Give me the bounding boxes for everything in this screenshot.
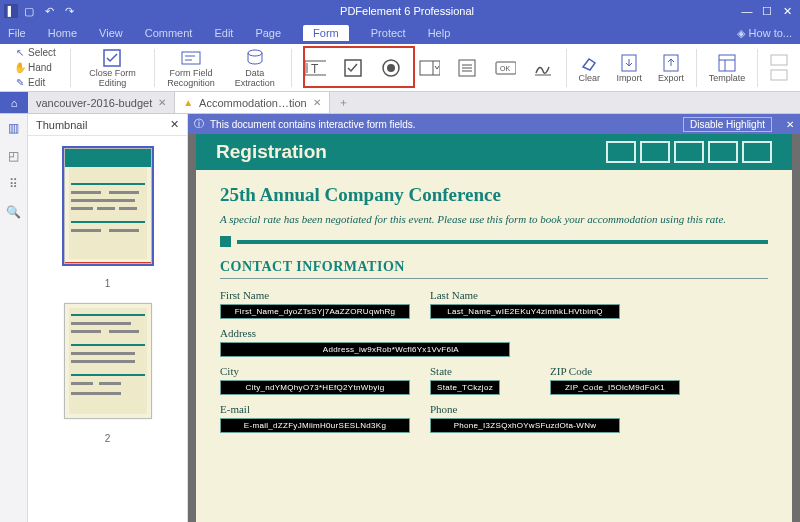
menu-form[interactable]: Form [303, 25, 349, 41]
menu-protect[interactable]: Protect [371, 27, 406, 39]
side-toolbar: ▥ ◰ ⠿ 🔍 [0, 114, 28, 522]
minimize-button[interactable]: — [738, 3, 756, 19]
label-firstname: First Name [220, 289, 410, 301]
doc-tab-2[interactable]: ▲ Accommodation…tion✕ [175, 92, 330, 113]
menu-file[interactable]: File [8, 27, 26, 39]
doc-tab-1[interactable]: vancouver-2016-budget✕ [28, 92, 175, 113]
thumb-num-1: 1 [105, 278, 111, 289]
info-bar: ⓘ This document contains interactive for… [188, 114, 800, 134]
label-zip: ZIP Code [550, 365, 680, 377]
document-tabs: ⌂ vancouver-2016-budget✕ ▲ Accommodation… [0, 92, 800, 114]
svg-text:OK: OK [500, 65, 510, 72]
field-state[interactable]: State_TCkzjoz [430, 380, 500, 395]
menu-comment[interactable]: Comment [145, 27, 193, 39]
label-state: State [430, 365, 530, 377]
doc-intro: A special rate has been negotiated for t… [220, 212, 768, 226]
align-tool-2[interactable] [770, 69, 788, 81]
bookmark-icon[interactable]: ◰ [6, 148, 22, 164]
home-tab[interactable]: ⌂ [0, 92, 28, 113]
svg-rect-25 [771, 55, 787, 65]
field-phone[interactable]: Phone_I3ZSQxhOYwSFuzdOta-WNw [430, 418, 620, 433]
new-tab-button[interactable]: ＋ [330, 95, 357, 110]
doc-title: 25th Annual Company Conference [220, 184, 768, 206]
label-lastname: Last Name [430, 289, 620, 301]
hand-tool[interactable]: ✋Hand [12, 61, 54, 75]
attachment-icon[interactable]: ⠿ [6, 176, 22, 192]
field-lastname[interactable]: Last_Name_wIE2EKuY4zimhkLHVtbimQ [430, 304, 620, 319]
close-button[interactable]: ✕ [778, 3, 796, 19]
label-phone: Phone [430, 403, 620, 415]
label-address: Address [220, 327, 620, 339]
svg-rect-22 [719, 55, 735, 71]
button-tool[interactable]: OK [488, 57, 522, 79]
document-area: ⓘ This document contains interactive for… [188, 114, 800, 522]
thumbnail-icon[interactable]: ▥ [6, 120, 22, 136]
svg-point-4 [248, 50, 262, 56]
thumb-page-2[interactable] [64, 303, 152, 419]
field-city[interactable]: City_ndYMQhyO73*HEfQ2YtnWbyig [220, 380, 410, 395]
field-email[interactable]: E-mail_dZZFyJMiimH0urSESLNd3Kg [220, 418, 410, 433]
app-logo: ▌ [4, 4, 18, 18]
undo-icon[interactable]: ↶ [42, 4, 56, 18]
info-message: This document contains interactive form … [210, 119, 416, 130]
export-button[interactable]: Export [652, 52, 690, 84]
svg-text:T: T [311, 62, 319, 76]
label-city: City [220, 365, 410, 377]
section-heading: CONTACT INFORMATION [220, 259, 768, 275]
field-zip[interactable]: ZIP_Code_I5OlcM9dFoK1 [550, 380, 680, 395]
select-tool[interactable]: ↖Select [12, 46, 58, 60]
signature-tool[interactable] [526, 57, 560, 79]
close-icon[interactable]: ✕ [313, 97, 321, 108]
thumb-page-1[interactable] [64, 148, 152, 264]
form-field-recognition-button[interactable]: Form Field Recognition [161, 47, 221, 89]
infobar-close-icon[interactable]: ✕ [786, 119, 794, 130]
new-doc-icon[interactable]: ▢ [22, 4, 36, 18]
redo-icon[interactable]: ↷ [62, 4, 76, 18]
listbox-tool[interactable] [450, 57, 484, 79]
ribbon: ↖Select ✋Hand ✎Edit Close Form Editing F… [0, 44, 800, 92]
menu-page[interactable]: Page [255, 27, 281, 39]
data-extraction-button[interactable]: Data Extraction [225, 47, 285, 89]
menu-bar: File Home View Comment Edit Page Form Pr… [0, 22, 800, 44]
thumbnail-panel: Thumbnail✕ 1 [28, 114, 188, 522]
svg-point-10 [387, 64, 395, 72]
radio-tool[interactable] [374, 57, 408, 79]
clear-button[interactable]: Clear [572, 52, 606, 84]
menu-help[interactable]: Help [428, 27, 451, 39]
search-icon[interactable]: 🔍 [6, 204, 22, 220]
info-icon: ⓘ [194, 117, 204, 131]
edit-tool[interactable]: ✎Edit [12, 76, 47, 90]
svg-rect-1 [182, 52, 200, 64]
combobox-tool[interactable] [412, 57, 446, 79]
disable-highlight-button[interactable]: Disable Highlight [683, 117, 772, 132]
panel-close-icon[interactable]: ✕ [170, 118, 179, 131]
thumbnail-title: Thumbnail [36, 119, 87, 131]
header-icons [606, 141, 772, 163]
howto-link[interactable]: ◈How to... [737, 27, 792, 40]
menu-view[interactable]: View [99, 27, 123, 39]
app-title: PDFelement 6 Professional [76, 5, 738, 17]
menu-edit[interactable]: Edit [214, 27, 233, 39]
checkbox-tool[interactable] [336, 57, 370, 79]
svg-rect-26 [771, 70, 787, 80]
label-email: E-mail [220, 403, 410, 415]
maximize-button[interactable]: ☐ [758, 3, 776, 19]
close-form-editing-button[interactable]: Close Form Editing [77, 47, 149, 89]
svg-rect-11 [420, 61, 440, 75]
doc-banner: Registration [216, 141, 327, 163]
thumb-num-2: 2 [105, 433, 111, 444]
template-button[interactable]: Template [703, 52, 752, 84]
field-firstname[interactable]: First_Name_dyoZTsSYj7AaZZORUqwhRg [220, 304, 410, 319]
import-button[interactable]: Import [610, 52, 648, 84]
warn-icon: ▲ [183, 97, 193, 108]
menu-home[interactable]: Home [48, 27, 77, 39]
text-field-tool[interactable]: T [298, 57, 332, 79]
close-icon[interactable]: ✕ [158, 97, 166, 108]
align-tool-1[interactable] [770, 54, 788, 66]
page-view: Registration 25th Annual Company Confere… [196, 134, 792, 522]
field-address[interactable]: Address_iw9xRob*Wcfl6Yx1VvF6lA [220, 342, 510, 357]
